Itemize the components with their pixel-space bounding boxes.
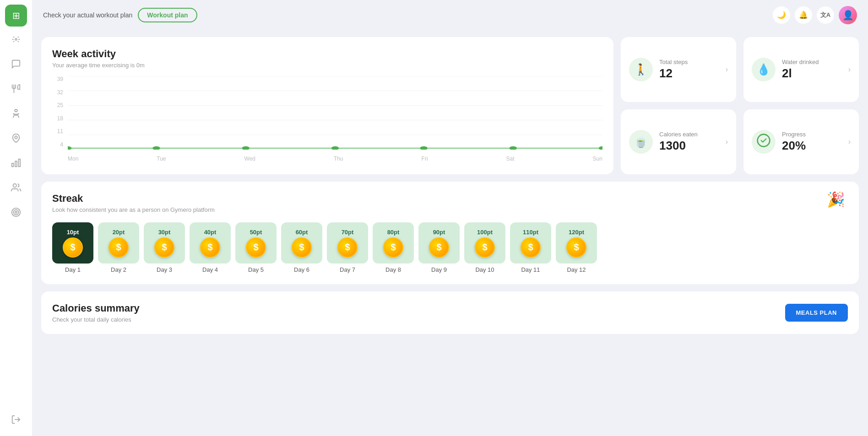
sidebar-item-nutrition[interactable] bbox=[5, 79, 27, 101]
progress-icon bbox=[756, 133, 771, 151]
streak-coin-box-day4[interactable]: 40pt $ bbox=[190, 222, 231, 264]
language-button[interactable]: 文A bbox=[817, 6, 834, 24]
streak-item-day11[interactable]: 110pt $ Day 11 bbox=[510, 222, 551, 273]
chart-y-labels: 4 11 18 25 32 39 bbox=[52, 76, 63, 150]
svg-point-19 bbox=[331, 146, 339, 150]
coin-icon-day9: $ bbox=[429, 237, 449, 258]
stat-card-calories[interactable]: 🍵 Calories eaten 1300 › bbox=[621, 109, 736, 174]
streak-item-day12[interactable]: 120pt $ Day 12 bbox=[556, 222, 597, 273]
main-content: Week activity Your average time exercisi… bbox=[32, 30, 868, 436]
y-label-4: 4 bbox=[52, 141, 63, 148]
progress-label: Progress bbox=[782, 131, 842, 138]
y-label-39: 39 bbox=[52, 76, 63, 82]
streak-item-day1[interactable]: 10pt $ Day 1 bbox=[52, 222, 93, 273]
coin-icon-day5: $ bbox=[246, 237, 266, 258]
svg-point-1 bbox=[15, 136, 17, 139]
coin-icon-day8: $ bbox=[383, 237, 403, 258]
streak-item-day6[interactable]: 60pt $ Day 6 bbox=[281, 222, 322, 273]
water-label: Water drinked bbox=[782, 59, 842, 65]
sidebar-item-yoga[interactable] bbox=[5, 103, 27, 125]
avatar[interactable]: 👤 bbox=[839, 6, 857, 24]
notification-button[interactable]: 🔔 bbox=[795, 6, 812, 24]
avatar-emoji: 👤 bbox=[842, 10, 854, 21]
coin-icon-day6: $ bbox=[292, 237, 312, 258]
streak-coin-box-day5[interactable]: 50pt $ bbox=[235, 222, 277, 264]
y-label-32: 32 bbox=[52, 89, 63, 96]
location-icon bbox=[11, 133, 21, 145]
steps-arrow: › bbox=[726, 65, 728, 74]
streak-pts-day11: 110pt bbox=[523, 229, 538, 236]
streak-coin-box-day3[interactable]: 30pt $ bbox=[144, 222, 185, 264]
streak-day-label-9: Day 9 bbox=[431, 266, 447, 273]
svg-point-22 bbox=[599, 146, 602, 150]
sidebar-item-target[interactable] bbox=[5, 202, 27, 224]
streak-item-day9[interactable]: 90pt $ Day 9 bbox=[418, 222, 460, 273]
streak-coin-box-day9[interactable]: 90pt $ bbox=[418, 222, 460, 264]
streak-item-day7[interactable]: 70pt $ Day 7 bbox=[327, 222, 368, 273]
streak-coin-box-day6[interactable]: 60pt $ bbox=[281, 222, 322, 264]
chart-inner: Mon Tue Wed Thu Fri Sat Sun bbox=[68, 76, 602, 163]
sidebar-item-logout[interactable] bbox=[5, 409, 27, 431]
stat-card-progress[interactable]: Progress 20% › bbox=[743, 109, 859, 174]
meals-plan-button[interactable]: MEALS PLAN bbox=[785, 304, 848, 322]
stats-row-2: 🍵 Calories eaten 1300 › bbox=[621, 109, 859, 174]
theme-toggle-button[interactable]: 🌙 bbox=[773, 6, 790, 24]
sidebar: ⊞ bbox=[0, 0, 32, 436]
streak-day-label-5: Day 5 bbox=[248, 266, 264, 273]
x-label-mon: Mon bbox=[68, 156, 78, 162]
svg-point-16 bbox=[68, 146, 71, 150]
steps-icon-circle: 🚶 bbox=[629, 58, 653, 81]
streak-item-day8[interactable]: 80pt $ Day 8 bbox=[373, 222, 414, 273]
streak-item-day2[interactable]: 20pt $ Day 2 bbox=[98, 222, 139, 273]
streak-item-day10[interactable]: 100pt $ Day 10 bbox=[464, 222, 505, 273]
x-label-sun: Sun bbox=[593, 156, 602, 162]
topbar: Check your actual workout plan Workout p… bbox=[32, 0, 868, 30]
chart-area: 4 11 18 25 32 39 bbox=[52, 76, 602, 163]
week-activity-title: Week activity bbox=[52, 48, 602, 60]
nutrition-icon bbox=[11, 84, 21, 96]
coin-icon-day3: $ bbox=[154, 237, 174, 258]
streak-coin-box-day8[interactable]: 80pt $ bbox=[373, 222, 414, 264]
steps-value: 12 bbox=[659, 66, 719, 81]
x-label-thu: Thu bbox=[334, 156, 343, 162]
chart-line-area bbox=[68, 76, 602, 150]
streak-day-label-1: Day 1 bbox=[65, 266, 81, 273]
steps-icon: 🚶 bbox=[634, 63, 648, 76]
stat-card-steps[interactable]: 🚶 Total steps 12 › bbox=[621, 37, 736, 102]
streak-card: Streak Look how consistent you are as a … bbox=[41, 182, 859, 284]
svg-point-24 bbox=[758, 135, 770, 147]
steps-content: Total steps 12 bbox=[659, 59, 719, 81]
coin-icon-day1: $ bbox=[63, 237, 83, 258]
workout-plan-button[interactable]: Workout plan bbox=[138, 8, 197, 22]
sidebar-item-workout[interactable] bbox=[5, 29, 27, 51]
streak-title: Streak bbox=[52, 193, 848, 205]
streak-coin-box-day10[interactable]: 100pt $ bbox=[464, 222, 505, 264]
water-value: 2l bbox=[782, 66, 842, 81]
streak-day-label-10: Day 10 bbox=[475, 266, 494, 273]
streak-coin-box-day1[interactable]: 10pt $ bbox=[52, 222, 93, 264]
coin-icon-day12: $ bbox=[566, 237, 586, 258]
svg-point-20 bbox=[420, 146, 428, 150]
yoga-icon bbox=[11, 108, 21, 121]
streak-coin-box-day7[interactable]: 70pt $ bbox=[327, 222, 368, 264]
streak-item-day4[interactable]: 40pt $ Day 4 bbox=[190, 222, 231, 273]
sidebar-item-analytics[interactable] bbox=[5, 153, 27, 175]
streak-coin-box-day11[interactable]: 110pt $ bbox=[510, 222, 551, 264]
y-label-18: 18 bbox=[52, 115, 63, 122]
sidebar-item-location[interactable] bbox=[5, 128, 27, 150]
topbar-right: 🌙 🔔 文A 👤 bbox=[773, 6, 857, 24]
streak-coin-box-day12[interactable]: 120pt $ bbox=[556, 222, 597, 264]
calories-eaten-value: 1300 bbox=[659, 139, 719, 153]
sidebar-item-dashboard[interactable]: ⊞ bbox=[5, 5, 27, 27]
water-icon: 💧 bbox=[757, 63, 770, 76]
sidebar-item-chat[interactable] bbox=[5, 54, 27, 76]
water-icon-circle: 💧 bbox=[752, 58, 776, 81]
streak-day-label-11: Day 11 bbox=[521, 266, 540, 273]
stat-card-water[interactable]: 💧 Water drinked 2l › bbox=[743, 37, 859, 102]
x-label-fri: Fri bbox=[422, 156, 428, 162]
sidebar-item-people[interactable] bbox=[5, 178, 27, 199]
calories-content: Calories eaten 1300 bbox=[659, 131, 719, 153]
streak-item-day3[interactable]: 30pt $ Day 3 bbox=[144, 222, 185, 273]
streak-item-day5[interactable]: 50pt $ Day 5 bbox=[235, 222, 277, 273]
streak-coin-box-day2[interactable]: 20pt $ bbox=[98, 222, 139, 264]
